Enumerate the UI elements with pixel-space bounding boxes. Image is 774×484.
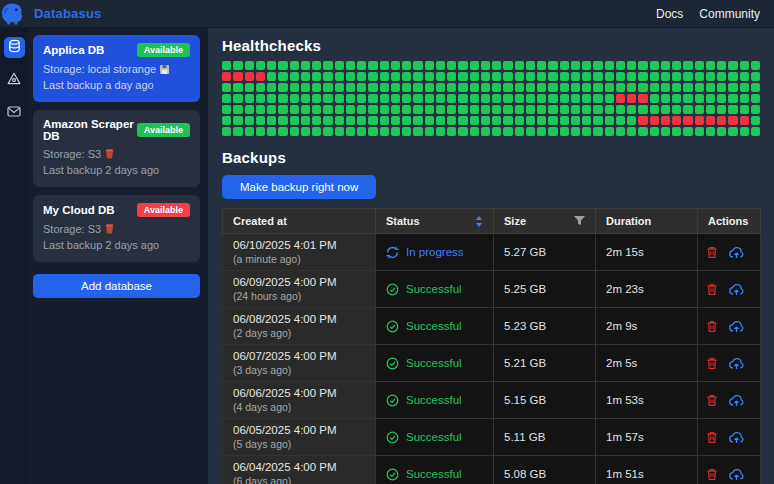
healthcheck-cell	[447, 105, 456, 114]
healthcheck-cell	[481, 83, 490, 92]
upload-backup-button[interactable]	[729, 468, 744, 481]
community-link[interactable]: Community	[699, 7, 760, 21]
healthcheck-cell	[447, 83, 456, 92]
storage-label: Storage: S3	[43, 221, 101, 237]
storage-label: Storage: S3	[43, 146, 101, 162]
healthcheck-cell	[740, 72, 749, 81]
healthcheck-cell	[267, 127, 276, 136]
table-header-row: Created at Status	[223, 209, 761, 234]
database-card[interactable]: My Cloud DB Available Storage: S3 Last b…	[33, 195, 200, 262]
status-badge: Successful	[386, 468, 483, 481]
healthcheck-cell	[267, 94, 276, 103]
healthcheck-cell	[661, 127, 670, 136]
status-badge: Successful	[386, 357, 483, 370]
healthcheck-cell	[706, 94, 715, 103]
trash-icon	[706, 283, 718, 296]
backup-size: 5.23 GB	[494, 308, 596, 345]
healthcheck-cell	[515, 72, 524, 81]
healthcheck-cell	[470, 116, 479, 125]
healthcheck-cell	[593, 127, 602, 136]
healthcheck-cell	[380, 94, 389, 103]
rail-item-databases[interactable]	[4, 37, 25, 58]
healthcheck-cell	[458, 127, 467, 136]
upload-backup-button[interactable]	[729, 431, 744, 444]
check-circle-icon	[386, 357, 399, 370]
healthcheck-cell	[661, 83, 670, 92]
delete-backup-button[interactable]	[706, 357, 718, 370]
healthcheck-cell	[492, 72, 501, 81]
check-circle-icon	[386, 283, 399, 296]
healthcheck-cell	[616, 61, 625, 70]
healthcheck-cell	[233, 94, 242, 103]
delete-backup-button[interactable]	[706, 246, 718, 259]
healthcheck-cell	[301, 83, 310, 92]
healthcheck-cell	[278, 105, 287, 114]
healthcheck-cell	[560, 116, 569, 125]
rail-item-notifications[interactable]	[4, 101, 25, 122]
healthcheck-cell	[425, 72, 434, 81]
healthcheck-cell	[222, 72, 231, 81]
healthcheck-cell	[740, 61, 749, 70]
upload-backup-button[interactable]	[729, 320, 744, 333]
healthcheck-cell	[312, 94, 321, 103]
healthcheck-cell	[458, 94, 467, 103]
docs-link[interactable]: Docs	[656, 7, 683, 21]
backup-row: 06/07/2025 4:00 PM (3 days ago)	[223, 345, 761, 382]
healthcheck-cell	[661, 61, 670, 70]
floppy-icon	[160, 65, 169, 74]
healthcheck-cell	[335, 83, 344, 92]
healthcheck-cell	[413, 116, 422, 125]
filter-icon[interactable]	[574, 216, 585, 226]
add-database-button[interactable]: Add database	[33, 274, 200, 298]
sort-icon[interactable]	[475, 216, 483, 227]
database-card[interactable]: Applica DB Available Storage: local stor…	[33, 35, 200, 102]
delete-backup-button[interactable]	[706, 283, 718, 296]
healthcheck-cell	[222, 105, 231, 114]
healthcheck-cell	[672, 105, 681, 114]
healthcheck-cell	[312, 83, 321, 92]
upload-backup-button[interactable]	[729, 283, 744, 296]
healthcheck-cell	[593, 105, 602, 114]
healthcheck-cell	[413, 94, 422, 103]
healthcheck-cell	[290, 72, 299, 81]
healthcheck-cell	[245, 72, 254, 81]
upload-backup-button[interactable]	[729, 394, 744, 407]
database-card[interactable]: Amazon Scraper DB Available Storage: S3 …	[33, 110, 200, 187]
healthcheck-cell	[627, 83, 636, 92]
healthcheck-cell	[537, 127, 546, 136]
make-backup-button[interactable]: Make backup right now	[222, 175, 376, 199]
healthcheck-cell	[571, 83, 580, 92]
delete-backup-button[interactable]	[706, 431, 718, 444]
status-text: In progress	[406, 246, 464, 258]
healthcheck-cell	[695, 83, 704, 92]
delete-backup-button[interactable]	[706, 320, 718, 333]
delete-backup-button[interactable]	[706, 468, 718, 481]
bucket-icon	[105, 224, 114, 234]
healthcheck-cell	[616, 72, 625, 81]
upload-backup-button[interactable]	[729, 246, 744, 259]
healthcheck-cell	[706, 127, 715, 136]
upload-backup-button[interactable]	[729, 357, 744, 370]
healthcheck-cell	[582, 105, 591, 114]
healthcheck-cell	[447, 94, 456, 103]
healthcheck-cell	[436, 105, 445, 114]
rail-item-storages[interactable]	[4, 69, 25, 90]
delete-backup-button[interactable]	[706, 394, 718, 407]
healthcheck-cell	[245, 116, 254, 125]
header-actions: Actions	[698, 209, 761, 234]
healthcheck-cell	[492, 94, 501, 103]
healthcheck-cell	[706, 61, 715, 70]
healthcheck-cell	[593, 116, 602, 125]
healthcheck-cell	[650, 94, 659, 103]
healthcheck-cell	[323, 72, 332, 81]
healthcheck-cell	[346, 105, 355, 114]
healthcheck-cell	[627, 72, 636, 81]
healthcheck-cell	[548, 83, 557, 92]
healthcheck-cell	[515, 94, 524, 103]
healthcheck-cell	[290, 83, 299, 92]
healthcheck-cell	[357, 72, 366, 81]
healthchecks-title: Healthchecks	[222, 37, 760, 54]
healthcheck-cell	[256, 105, 265, 114]
main-content: Healthchecks Backups Make backup right n…	[208, 28, 774, 484]
icon-rail	[0, 28, 28, 484]
